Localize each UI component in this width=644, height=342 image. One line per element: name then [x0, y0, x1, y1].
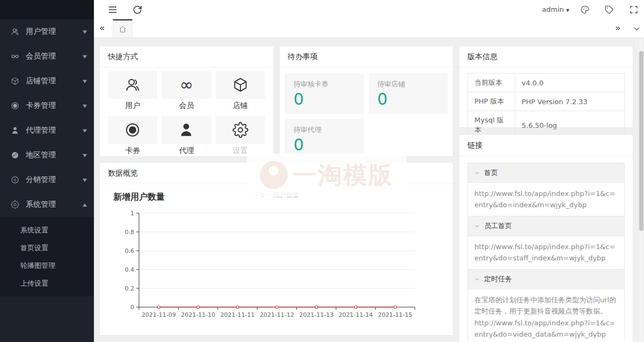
- quick-link-settings[interactable]: 设置: [216, 116, 265, 156]
- quick-link-label: 店铺: [216, 101, 265, 111]
- todo-card: 待办事项 待审核卡券 0 待审店铺 0 待审代理 0: [279, 46, 453, 157]
- sidebar-subitem-home-settings[interactable]: 首页设置: [0, 239, 94, 257]
- quick-link-label: 卡券: [108, 146, 157, 156]
- svg-text:2021-11-10: 2021-11-10: [181, 311, 215, 318]
- panel-body: http://www.fsl.to/app/index.php?i=1&c=en…: [468, 183, 624, 216]
- chevron-down-icon: [474, 223, 480, 229]
- tabs-scroll-left-icon[interactable]: «: [99, 19, 105, 38]
- quick-link-coupons[interactable]: 卡券: [108, 116, 157, 156]
- quick-link-shops[interactable]: 店铺: [216, 71, 265, 111]
- svg-text:1: 1: [130, 210, 134, 217]
- caret-down-icon: ▼: [83, 128, 87, 133]
- tabbar: « »: [94, 19, 644, 38]
- circle-dot-icon: [11, 101, 19, 110]
- box-icon: [11, 77, 19, 85]
- todo-label: 待审店铺: [377, 79, 439, 89]
- svg-text:2021-11-13: 2021-11-13: [299, 311, 333, 318]
- theme-palette-icon[interactable]: [580, 5, 590, 14]
- sidebar-item-distribution-mgmt[interactable]: 分销管理 ▼: [0, 168, 94, 192]
- caret-up-icon: ▲: [83, 202, 87, 207]
- scrollbar-thumb[interactable]: [639, 51, 643, 231]
- caret-down-icon: ▼: [83, 30, 87, 34]
- caret-down-icon: ▼: [83, 153, 87, 158]
- sidebar-item-member-mgmt[interactable]: 会员管理 ▼: [0, 44, 94, 69]
- card-title: 数据概览: [100, 163, 453, 184]
- chevron-down-icon: [474, 276, 480, 282]
- sidebar-submenu: 系统设置 首页设置 轮播图管理 上传设置: [0, 217, 94, 296]
- panel-title: 首页: [484, 168, 498, 178]
- panel-title: 定时任务: [484, 274, 512, 284]
- quick-link-label: 会员: [162, 101, 211, 111]
- todo-pending-agents: 待审代理 0: [285, 119, 364, 159]
- panel-body: 在宝塔的计划任务中添加任务类型为访问url的定时任务，用于更新抖音视频点赞等数据…: [468, 289, 624, 342]
- card-title: 待办事项: [280, 46, 453, 68]
- sidebar-item-label: 店铺管理: [26, 76, 83, 86]
- todo-count: 0: [377, 90, 439, 108]
- person-icon: [11, 126, 19, 135]
- legend-line-marker: [267, 195, 272, 196]
- sidebar-subitem-system-settings[interactable]: 系统设置: [0, 221, 94, 239]
- quick-link-agents[interactable]: 代理: [162, 116, 211, 156]
- refresh-icon[interactable]: [132, 4, 143, 15]
- svg-text:2021-11-14: 2021-11-14: [339, 311, 373, 318]
- todo-label: 待审代理: [294, 125, 355, 135]
- sidebar-item-user-mgmt[interactable]: 用户管理 ▼: [0, 19, 94, 44]
- sidebar-item-agent-mgmt[interactable]: 代理管理 ▼: [0, 118, 94, 143]
- sidebar-subitem-upload-settings[interactable]: 上传设置: [0, 274, 94, 292]
- sidebar-item-label: 系统管理: [26, 200, 83, 209]
- quick-link-members[interactable]: ∞ 会员: [162, 71, 211, 111]
- svg-text:2021-11-11: 2021-11-11: [221, 311, 255, 318]
- sidebar-toggle-icon[interactable]: [107, 4, 118, 15]
- data-overview-card: 数据概览 新增用户数量 用户数量 00.20.40.60.812021-11-0…: [99, 162, 453, 336]
- sidebar-item-coupon-mgmt[interactable]: 卡券管理 ▼: [0, 93, 94, 118]
- todo-grid: 待审核卡券 0 待审店铺 0 待审代理 0: [280, 68, 453, 165]
- fullscreen-icon[interactable]: [629, 5, 639, 14]
- tag-icon[interactable]: [604, 5, 614, 14]
- tabs-scroll-right-icon[interactable]: »: [615, 19, 620, 38]
- panel-body: http://www.fsl.to/app/index.php?i=1&c=en…: [468, 236, 624, 269]
- link-panel-cron-tasks: 定时任务 在宝塔的计划任务中添加任务类型为访问url的定时任务，用于更新抖音视频…: [467, 269, 625, 342]
- user-icon: [11, 27, 19, 36]
- sidebar-item-region-mgmt[interactable]: 地区管理 ▼: [0, 143, 94, 168]
- link-url: http://www.fsl.to/app/index.php?i=1&c=en…: [474, 317, 618, 340]
- legend-label: 用户数量: [274, 191, 299, 200]
- version-table-wrap: 当前版本 v4.0.0 PHP 版本 PHP Version 7.2.33 My…: [459, 68, 633, 145]
- chevron-down-icon: [474, 170, 480, 176]
- caret-down-icon: ▼: [83, 178, 87, 183]
- admin-user-menu[interactable]: admin▼: [542, 0, 569, 19]
- quick-link-label: 代理: [162, 146, 211, 156]
- caret-down-icon: ▼: [83, 54, 87, 59]
- quick-link-label: 用户: [108, 101, 157, 111]
- circle-dot-icon: [108, 116, 157, 144]
- tabs-dropdown-icon[interactable]: [633, 25, 641, 33]
- quick-links-card: 快捷方式 用户 ∞ 会员 店铺 卡券 代理: [99, 46, 274, 157]
- quick-link-users[interactable]: 用户: [108, 71, 157, 111]
- svg-text:0.2: 0.2: [125, 285, 135, 292]
- admin-username: admin: [542, 5, 564, 13]
- link-url: http://www.fsl.to/app/index.php?i=1&c=en…: [474, 241, 618, 264]
- version-info-card: 版本信息 当前版本 v4.0.0 PHP 版本 PHP Version 7.2.…: [459, 46, 633, 128]
- tab-home[interactable]: [113, 19, 133, 38]
- card-title: 版本信息: [459, 46, 633, 68]
- sidebar-item-label: 用户管理: [26, 27, 83, 37]
- quick-link-label: 设置: [216, 146, 265, 156]
- svg-text:0.6: 0.6: [125, 248, 135, 254]
- panel-header[interactable]: 首页: [468, 163, 624, 183]
- sidebar-item-label: 卡券管理: [26, 101, 83, 111]
- table-row: 当前版本 v4.0.0: [468, 74, 625, 92]
- panel-header[interactable]: 员工首页: [468, 216, 624, 236]
- sidebar-item-shop-mgmt[interactable]: 店铺管理 ▼: [0, 69, 94, 93]
- sidebar-item-system-mgmt[interactable]: 系统管理 ▲: [0, 192, 94, 217]
- sidebar-item-label: 代理管理: [26, 126, 83, 135]
- version-key: PHP 版本: [468, 92, 515, 111]
- panel-header[interactable]: 定时任务: [468, 270, 624, 289]
- version-table: 当前版本 v4.0.0 PHP 版本 PHP Version 7.2.33 My…: [467, 73, 625, 140]
- infinity-icon: ∞: [162, 71, 211, 99]
- svg-text:2021-11-12: 2021-11-12: [260, 311, 294, 318]
- globe-icon: [11, 151, 19, 159]
- chart-legend[interactable]: 用户数量: [254, 191, 299, 200]
- cron-description: 在宝塔的计划任务中添加任务类型为访问url的定时任务，用于更新抖音视频点赞等数据…: [474, 294, 618, 317]
- sidebar-subitem-carousel-mgmt[interactable]: 轮播图管理: [0, 257, 94, 274]
- quick-links-grid: 用户 ∞ 会员 店铺 卡券 代理 设置: [100, 68, 273, 159]
- table-row: PHP 版本 PHP Version 7.2.33: [468, 92, 625, 111]
